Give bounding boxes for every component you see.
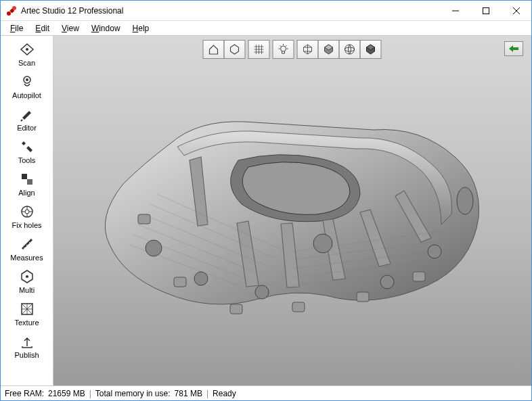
svg-rect-46	[413, 272, 425, 281]
status-mem-value: 781 MB	[175, 389, 202, 398]
svg-point-39	[428, 245, 441, 258]
status-ram-value: 21659 MB	[48, 389, 85, 398]
svg-point-17	[26, 275, 28, 278]
lighting-button[interactable]	[273, 40, 294, 59]
sidebar-label: Align	[18, 189, 35, 197]
measures-icon	[19, 236, 35, 252]
menu-edit[interactable]: Edit	[30, 22, 55, 34]
editor-icon	[19, 106, 35, 122]
menu-view[interactable]: View	[56, 22, 85, 34]
svg-line-29	[280, 45, 282, 47]
scan-icon	[19, 41, 35, 57]
align-icon	[19, 171, 35, 187]
sidebar-publish[interactable]: Publish	[5, 332, 49, 360]
sidebar-multi[interactable]: Multi	[5, 267, 49, 296]
sidebar-tools[interactable]: Tools	[5, 137, 49, 166]
svg-point-25	[281, 46, 286, 51]
autopilot-icon	[19, 74, 35, 90]
svg-rect-44	[292, 302, 305, 312]
sidebar-scan[interactable]: Scan	[5, 40, 49, 68]
svg-rect-43	[230, 304, 242, 314]
texture-icon	[19, 301, 35, 317]
sidebar-autopilot[interactable]: Autopilot	[5, 72, 49, 101]
menu-help[interactable]: Help	[127, 22, 155, 34]
multi-icon	[19, 268, 35, 285]
sidebar-align[interactable]: Align	[5, 170, 49, 198]
svg-point-37	[313, 234, 332, 253]
sidebar-measures[interactable]: Measures	[5, 235, 49, 263]
viewport-3d[interactable]	[53, 36, 531, 385]
svg-point-38	[380, 275, 394, 289]
status-mem-label: Total memory in use:	[95, 389, 171, 398]
fixholes-icon	[19, 204, 35, 220]
sidebar-texture[interactable]: Texture	[5, 300, 49, 328]
sidebar-label: Tools	[18, 156, 36, 164]
svg-point-31	[345, 45, 355, 54]
titlebar: Artec Studio 12 Professional	[1, 1, 531, 21]
solid-button[interactable]	[318, 40, 340, 59]
svg-point-32	[345, 47, 355, 51]
sidebar-fixholes[interactable]: Fix holes	[5, 202, 49, 231]
sidebar: Scan Autopilot Editor Tools Align Fix ho…	[1, 36, 53, 385]
model-preview	[89, 82, 495, 339]
svg-rect-41	[138, 214, 150, 224]
svg-rect-12	[22, 174, 27, 179]
sidebar-label: Editor	[17, 124, 37, 132]
svg-point-15	[25, 210, 29, 214]
smooth-shade-button[interactable]	[339, 40, 361, 59]
window-title: Artec Studio 12 Professional	[21, 6, 440, 16]
view-toolbar	[204, 40, 382, 59]
publish-icon	[19, 333, 35, 350]
sidebar-label: Texture	[14, 319, 39, 327]
svg-point-36	[255, 285, 269, 299]
status-ram-label: Free RAM:	[5, 389, 44, 398]
svg-rect-4	[483, 7, 489, 14]
svg-line-30	[286, 45, 287, 47]
fit-view-button[interactable]	[224, 40, 246, 59]
sidebar-label: Measures	[10, 254, 43, 262]
textured-button[interactable]	[360, 40, 382, 59]
back-button[interactable]	[504, 41, 523, 56]
home-view-button[interactable]	[203, 40, 225, 59]
grid-toggle-button[interactable]	[248, 40, 270, 59]
maximize-button[interactable]	[470, 1, 501, 20]
svg-point-35	[194, 272, 208, 285]
svg-rect-13	[27, 179, 32, 185]
sidebar-label: Fix holes	[12, 221, 41, 229]
app-logo-icon	[6, 5, 17, 16]
menubar: File Edit View Window Help	[1, 21, 531, 36]
separator: |	[206, 389, 208, 398]
menu-window[interactable]: Window	[86, 22, 126, 34]
svg-rect-33	[512, 47, 518, 50]
menu-file[interactable]: File	[5, 22, 28, 34]
wireframe-button[interactable]	[297, 40, 319, 59]
statusbar: Free RAM: 21659 MB | Total memory in use…	[1, 385, 531, 400]
svg-rect-45	[357, 292, 369, 302]
minimize-button[interactable]	[440, 1, 470, 20]
svg-rect-42	[174, 277, 186, 287]
close-button[interactable]	[501, 1, 531, 20]
separator: |	[89, 389, 91, 398]
svg-line-11	[21, 120, 22, 121]
svg-point-40	[457, 187, 473, 214]
sidebar-editor[interactable]: Editor	[5, 105, 49, 133]
tools-icon	[19, 139, 35, 155]
sidebar-label: Scan	[18, 59, 35, 67]
svg-point-0	[7, 11, 11, 16]
svg-point-8	[26, 48, 28, 51]
sidebar-label: Multi	[19, 286, 35, 294]
svg-point-10	[26, 78, 28, 81]
sidebar-label: Autopilot	[12, 91, 41, 99]
status-state: Ready	[213, 389, 236, 398]
sidebar-label: Publish	[14, 351, 39, 359]
